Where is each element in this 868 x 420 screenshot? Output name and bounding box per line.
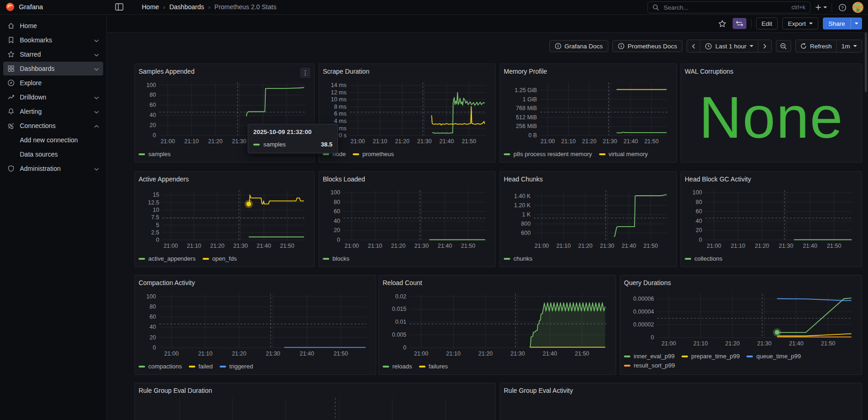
legend-item[interactable]: prepare_time_p99: [682, 353, 740, 360]
chart-plot[interactable]: 02040608010021:0021:1021:2021:3021:4021:…: [323, 187, 491, 251]
svg-text:60: 60: [334, 208, 340, 215]
scrollbar[interactable]: [865, 32, 867, 92]
sidebar-item-bookmarks[interactable]: Bookmarks: [3, 33, 103, 47]
legend-item[interactable]: open_fds: [203, 255, 237, 262]
sidebar-item-label: Alerting: [20, 108, 41, 115]
share-menu-button[interactable]: [851, 18, 862, 29]
legend-item[interactable]: blocks: [323, 255, 350, 262]
legend-item[interactable]: prometheus: [353, 151, 394, 158]
svg-text:21:10: 21:10: [446, 350, 460, 357]
time-range-picker[interactable]: Last 1 hour: [700, 40, 758, 52]
chart-plot[interactable]: 6008001 K1.20 K1.40 K21:0021:1021:2021:3…: [504, 187, 673, 251]
legend-item[interactable]: reloads: [383, 363, 412, 370]
legend-item[interactable]: failures: [419, 363, 448, 370]
svg-text:21:00: 21:00: [163, 243, 178, 249]
panel-title[interactable]: WAL Corruptions: [685, 68, 734, 75]
sidebar-item-connections[interactable]: Connections: [3, 119, 103, 133]
svg-text:20: 20: [150, 334, 156, 341]
breadcrumb-home[interactable]: Home: [142, 3, 159, 11]
sidebar-item-dashboards[interactable]: Dashboards: [3, 62, 103, 76]
refresh-controls: Refresh 1m: [795, 40, 862, 52]
svg-text:21:30: 21:30: [603, 138, 617, 145]
grafana-logo-icon: [6, 2, 15, 12]
tooltip-series-value: 38.5: [321, 141, 332, 148]
export-button[interactable]: Export: [782, 18, 818, 29]
refresh-button[interactable]: Refresh: [796, 40, 836, 52]
chart-plot[interactable]: [504, 398, 858, 420]
star-dashboard-button[interactable]: [717, 18, 728, 29]
search-box[interactable]: ctrl+k: [647, 1, 810, 13]
legend-item[interactable]: collections: [685, 255, 722, 262]
chart-plot[interactable]: 02.557.51012.51521:0021:1021:2021:3021:4…: [139, 187, 310, 251]
panel-title[interactable]: Reload Count: [383, 279, 422, 286]
svg-text:21:20: 21:20: [208, 138, 222, 145]
sidebar-item-label: Dashboards: [20, 65, 55, 72]
panels-toggle-button[interactable]: [733, 18, 746, 29]
svg-text:40: 40: [150, 112, 156, 118]
panel-title[interactable]: Compaction Activity: [139, 279, 195, 286]
legend-item[interactable]: p8s process resident memory: [504, 151, 592, 158]
help-button[interactable]: ?: [837, 1, 848, 13]
prometheus-docs-button[interactable]: Prometheus Docs: [612, 40, 682, 52]
legend-item[interactable]: compactions: [139, 363, 182, 370]
legend-item[interactable]: inner_eval_p99: [624, 353, 675, 360]
panel-title[interactable]: Samples Appended: [139, 68, 194, 75]
breadcrumb-dashboards[interactable]: Dashboards: [169, 3, 204, 11]
user-avatar[interactable]: [852, 2, 863, 13]
panel-title[interactable]: Scrape Duration: [323, 68, 369, 75]
edit-button[interactable]: Edit: [756, 18, 778, 29]
search-shortcut: ctrl+k: [792, 4, 805, 11]
legend-item[interactable]: virtual memory: [599, 151, 648, 158]
panel-menu-button[interactable]: ⋮: [300, 68, 310, 78]
legend-item[interactable]: triggered: [220, 363, 253, 370]
panel-legend: reloadsfailures: [383, 361, 612, 370]
legend-item[interactable]: active_appenders: [139, 255, 196, 262]
panel-title[interactable]: Rule Group Eval Activity: [504, 387, 573, 394]
svg-text:0: 0: [337, 237, 340, 243]
svg-text:21:00: 21:00: [350, 138, 365, 145]
sidebar-item-add-new-connection[interactable]: Add new connection: [3, 133, 103, 147]
panel-title[interactable]: Head Block GC Activity: [685, 175, 751, 183]
sidebar-item-drilldown[interactable]: Drilldown: [3, 90, 103, 104]
chevron-down-icon: [94, 165, 99, 172]
sidebar-item-explore[interactable]: Explore: [3, 76, 103, 90]
panel-title[interactable]: Memory Profile: [504, 68, 547, 75]
chart-plot[interactable]: 0 s2 ms4 ms6 ms8 ms10 ms12 ms14 ms21:002…: [323, 79, 491, 146]
legend-item[interactable]: chunks: [504, 255, 532, 262]
panel-rule-group-eval-activity: Rule Group Eval Activity: [500, 383, 862, 420]
chart-plot[interactable]: 00.0050.010.0150.0221:0021:1021:2021:302…: [383, 290, 612, 359]
chart-plot[interactable]: [139, 398, 491, 420]
panel-title[interactable]: Query Durations: [624, 279, 671, 286]
share-split-button: Share: [823, 18, 862, 29]
chart-plot[interactable]: 02040608010021:0021:1021:2021:3021:4021:…: [139, 290, 372, 359]
legend-item[interactable]: queue_time_p99: [746, 353, 801, 360]
sidebar-item-data-sources[interactable]: Data sources: [3, 147, 103, 161]
sidebar-item-alerting[interactable]: Alerting: [3, 105, 103, 118]
chart-plot[interactable]: 00.000020.000040.0000621:0021:1021:2021:…: [624, 290, 858, 349]
svg-text:21:30: 21:30: [417, 138, 431, 145]
svg-text:21:10: 21:10: [368, 243, 382, 249]
zoom-out-button[interactable]: [776, 40, 791, 52]
chart-plot[interactable]: 02040608010021:0021:1021:2021:3021:4021:…: [685, 187, 858, 251]
legend-item[interactable]: result_sort_p99: [624, 362, 675, 369]
add-new-button[interactable]: [815, 1, 827, 13]
panel-query-durations: Query Durations00.000020.000040.0000621:…: [620, 275, 862, 375]
share-button[interactable]: Share: [823, 18, 851, 29]
panel-title[interactable]: Blocks Loaded: [323, 175, 365, 183]
panel-title[interactable]: Head Chunks: [504, 175, 543, 183]
refresh-interval-picker[interactable]: 1m: [836, 40, 862, 52]
chart-plot[interactable]: 0 B256 MiB512 MiB768 MiB1 GiB1.25 GiB21:…: [504, 79, 673, 146]
search-input[interactable]: [663, 4, 788, 12]
sidebar-item-starred[interactable]: Starred: [3, 47, 103, 61]
legend-item[interactable]: failed: [189, 363, 213, 370]
sidebar-toggle-icon[interactable]: [115, 3, 124, 12]
sidebar-item-administration[interactable]: Administration: [3, 162, 103, 175]
breadcrumb-separator: ›: [208, 4, 210, 11]
legend-item[interactable]: samples: [139, 151, 170, 158]
time-shift-back-button[interactable]: [687, 40, 700, 52]
grafana-docs-button[interactable]: Grafana Docs: [549, 40, 608, 52]
panel-title[interactable]: Active Appenders: [139, 175, 189, 183]
panel-title[interactable]: Rule Group Eval Duration: [139, 387, 212, 394]
sidebar-item-home[interactable]: Home: [3, 19, 103, 33]
time-shift-forward-button[interactable]: [758, 40, 771, 52]
